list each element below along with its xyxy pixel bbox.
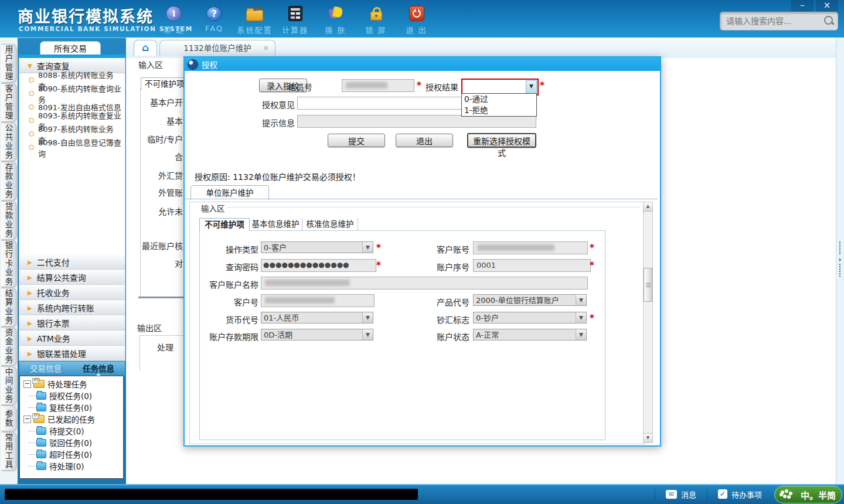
- tree-node-initiated-tasks[interactable]: 已发起的任务: [20, 413, 123, 425]
- deposit-term-select[interactable]: 0D-活期 ▼: [261, 329, 373, 340]
- vtab-fund-biz[interactable]: 资金业务: [1, 327, 16, 366]
- scrollbar-thumb[interactable]: [644, 268, 652, 302]
- product-code-select[interactable]: 2000-单位银行结算账户 ▼: [473, 294, 587, 306]
- menu-item-8090[interactable]: 8090-系统内转账查询业务: [19, 87, 125, 100]
- vtab-params[interactable]: 参数: [1, 406, 16, 431]
- tab-nonmaintainable[interactable]: 不可维护项: [199, 218, 250, 231]
- tree-node-pending-tasks[interactable]: 待处理任务: [20, 378, 123, 390]
- chevron-right-icon: ▶: [28, 274, 32, 281]
- bullet-icon: [29, 118, 34, 123]
- exit-dialog-button[interactable]: 退出: [396, 134, 453, 147]
- scroll-up-icon[interactable]: ▲: [644, 202, 652, 212]
- hint-label: 提示信息: [256, 117, 295, 128]
- option-reject[interactable]: 1-拒绝: [462, 105, 536, 116]
- tree-leaf-pending[interactable]: 待处理(0): [20, 460, 123, 472]
- dialog-scrollbar[interactable]: ▲ ▼: [643, 202, 653, 443]
- exit-button[interactable]: 退 出: [396, 5, 437, 35]
- tab-basic-info[interactable]: 基本信息维护: [249, 218, 302, 231]
- chevron-right-icon: ▶: [28, 290, 32, 296]
- search-input[interactable]: [725, 15, 815, 28]
- accordion-atm[interactable]: ▶ATM业务: [19, 331, 125, 346]
- tree-leaf-review-tasks[interactable]: 复核任务(0): [20, 401, 123, 413]
- vtab-public-biz[interactable]: 公共业务: [1, 122, 16, 161]
- bg-groupbox-bottom: [138, 297, 183, 298]
- tree-leaf-to-submit[interactable]: 待提交(0): [20, 425, 123, 437]
- collapse-minus-icon[interactable]: [23, 416, 31, 423]
- dialog-titlebar[interactable]: 授权: [185, 57, 660, 71]
- app-title: 商业银行模拟系统: [18, 4, 154, 27]
- accordion-bank-draft[interactable]: ▶银行本票: [19, 315, 125, 331]
- collapse-minus-icon[interactable]: [23, 380, 31, 388]
- redacted-status-text: [5, 489, 418, 500]
- auth-reason-text: 授权原因: 1132单位账户维护交易必须授权！: [195, 171, 360, 182]
- statusbar-items: ✉ 消息 ✓ 待办事项: [655, 485, 772, 503]
- cash-remit-flag-select[interactable]: 0-钞户 ▼: [473, 312, 587, 323]
- tree-leaf-auth-tasks[interactable]: 授权任务(0): [20, 390, 123, 401]
- panel-collapse-handle[interactable]: ›: [837, 241, 843, 282]
- calculator-button[interactable]: 计算器: [275, 5, 315, 35]
- tree-leaf-rejected[interactable]: 驳回任务(0): [20, 437, 123, 448]
- tab-divider-line: [185, 199, 658, 199]
- minimize-button[interactable]: –: [791, 0, 814, 12]
- bullet-icon: [29, 104, 34, 110]
- accordion-gen2-payment[interactable]: ▶二代支付: [19, 254, 125, 270]
- customer-no-field: [261, 294, 375, 307]
- scroll-down-icon[interactable]: ▼: [644, 433, 652, 442]
- auth-opinion-input[interactable]: [297, 97, 462, 110]
- tab-home[interactable]: ⌂: [134, 40, 157, 56]
- vtab-deposit-biz[interactable]: 存款业务: [1, 162, 16, 200]
- bg-tab-nonmaintainable[interactable]: 不可维护项: [141, 77, 188, 90]
- operation-type-select[interactable]: 0-客户 ▼: [261, 241, 373, 253]
- submit-button[interactable]: 提交: [328, 134, 385, 147]
- change-skin-button[interactable]: 换 肤: [315, 5, 356, 35]
- vtab-common-tools[interactable]: 常用工具: [1, 432, 16, 471]
- vtab-loan-biz[interactable]: 贷款业务: [1, 201, 16, 240]
- vtab-user-mgmt[interactable]: 用户管理: [1, 44, 16, 83]
- system-config-button[interactable]: 系统配置: [234, 5, 275, 35]
- close-button[interactable]: ×: [816, 0, 838, 12]
- bullet-icon: [29, 77, 34, 83]
- reselect-auth-mode-button[interactable]: 重新选择授权模式: [467, 133, 536, 148]
- folder-icon: [36, 427, 46, 435]
- field-label: 钞汇标志: [416, 314, 469, 325]
- help-button[interactable]: i 帮 助: [154, 5, 194, 35]
- tab-approval-info[interactable]: 核准信息维护: [302, 218, 358, 231]
- config-folder-icon: [246, 10, 263, 21]
- todo-button[interactable]: ✓ 待办事项: [707, 488, 772, 500]
- faq-button[interactable]: ? FAQ: [194, 5, 234, 35]
- tree-leaf-timeout[interactable]: 超时任务(0): [20, 448, 123, 460]
- tab-transaction-info[interactable]: 交易信息: [19, 362, 72, 376]
- auth-opinion-label: 授权意见: [256, 98, 295, 110]
- vtab-customer-mgmt[interactable]: 客户管理: [1, 83, 16, 122]
- tab-1132-unit-account[interactable]: 1132单位账户维护 ×: [159, 40, 275, 56]
- bg-field-label: 临时/专户: [124, 133, 183, 145]
- power-icon: [409, 6, 424, 21]
- vtab-settle-biz[interactable]: 结算业务: [1, 288, 16, 326]
- tab-unit-account-maintenance[interactable]: 单位账户维护: [190, 185, 269, 200]
- flower-icon: [781, 491, 784, 494]
- field-label: 账户序号: [416, 261, 469, 273]
- accordion-unionpay-error[interactable]: ▶银联差错处理: [19, 346, 125, 361]
- search-icon[interactable]: [824, 16, 833, 25]
- option-pass[interactable]: 0-通过: [462, 94, 536, 105]
- header-toolbar: i 帮 助 ? FAQ 系统配置 计算器 换 肤 锁 屏: [154, 5, 437, 35]
- menu-item-8098[interactable]: 8098-自由信息登记簿查询: [19, 141, 125, 154]
- open-folder-icon: [33, 415, 45, 423]
- vtab-bankcard-biz[interactable]: 银行卡业务: [1, 240, 16, 287]
- lock-screen-button[interactable]: 锁 屏: [356, 5, 396, 35]
- messages-button[interactable]: ✉ 消息: [655, 488, 707, 500]
- currency-select[interactable]: 01-人民币 ▼: [261, 312, 373, 323]
- account-seq-field: 0001: [473, 259, 591, 272]
- tab-close-icon[interactable]: ×: [263, 40, 269, 56]
- folder-icon: [36, 439, 46, 447]
- dropdown-arrow-icon[interactable]: ▼: [526, 80, 537, 94]
- accordion-collection[interactable]: ▶托收业务: [19, 285, 125, 300]
- chevron-right-icon: ▶: [28, 305, 32, 311]
- tab-task-info[interactable]: 任务信息: [72, 362, 125, 376]
- query-password-field[interactable]: ●●●●●●●●●●●●●●: [261, 259, 376, 272]
- tab-all-transactions[interactable]: 所有交易: [40, 41, 101, 56]
- accordion-settle-query[interactable]: ▶结算公共查询: [19, 270, 125, 285]
- vtab-middle-biz[interactable]: 中间业务: [1, 366, 16, 405]
- accordion-intra-transfer[interactable]: ▶系统内跨行转账: [19, 300, 125, 315]
- account-status-select[interactable]: A-正常 ▼: [473, 329, 587, 340]
